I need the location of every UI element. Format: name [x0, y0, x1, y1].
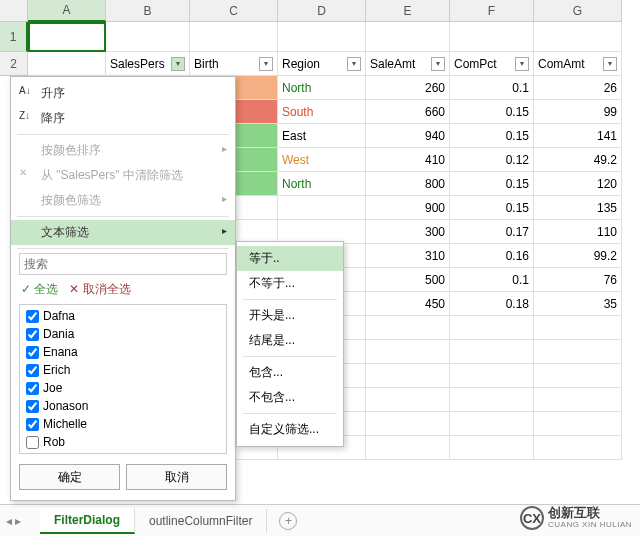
- cell[interactable]: 410: [366, 148, 450, 172]
- cell[interactable]: 0.18: [450, 292, 534, 316]
- cell[interactable]: 0.15: [450, 124, 534, 148]
- col-header-D[interactable]: D: [278, 0, 366, 22]
- cell[interactable]: [534, 388, 622, 412]
- cell[interactable]: 110: [534, 220, 622, 244]
- cell[interactable]: [450, 436, 534, 460]
- cell[interactable]: 660: [366, 100, 450, 124]
- cell[interactable]: [450, 388, 534, 412]
- cell[interactable]: South: [278, 100, 366, 124]
- cell-A1[interactable]: [28, 22, 106, 52]
- cell[interactable]: 300: [366, 220, 450, 244]
- filter-dropdown-icon[interactable]: ▾: [603, 57, 617, 71]
- cell[interactable]: 940: [366, 124, 450, 148]
- filter-value-checkbox[interactable]: [26, 310, 39, 323]
- nav-prev-icon[interactable]: ◂: [6, 514, 12, 528]
- cell[interactable]: [450, 340, 534, 364]
- cell[interactable]: 0.1: [450, 76, 534, 100]
- nav-next-icon[interactable]: ▸: [15, 514, 21, 528]
- sort-asc[interactable]: A↓升序: [11, 81, 235, 106]
- filter-dropdown-icon[interactable]: ▾: [431, 57, 445, 71]
- cell[interactable]: [534, 316, 622, 340]
- cell[interactable]: 800: [366, 172, 450, 196]
- deselect-all-link[interactable]: ✕ 取消全选: [69, 282, 130, 296]
- col-header-C[interactable]: C: [190, 0, 278, 22]
- col-header-G[interactable]: G: [534, 0, 622, 22]
- filter-value-checkbox[interactable]: [26, 346, 39, 359]
- cell[interactable]: North: [278, 172, 366, 196]
- cell[interactable]: 0.15: [450, 100, 534, 124]
- filter-value-item[interactable]: Michelle: [22, 415, 224, 433]
- cell[interactable]: [366, 388, 450, 412]
- filter-values-list[interactable]: DafnaDaniaEnanaErichJoeJonasonMichelleRo…: [19, 304, 227, 454]
- filter-contains[interactable]: 包含...: [237, 360, 343, 385]
- cell[interactable]: [534, 364, 622, 388]
- cell[interactable]: 76: [534, 268, 622, 292]
- filter-dropdown-icon[interactable]: ▾: [171, 57, 185, 71]
- add-sheet-button[interactable]: +: [279, 512, 297, 530]
- cell[interactable]: 310: [366, 244, 450, 268]
- cell[interactable]: [450, 316, 534, 340]
- cell-G1[interactable]: [534, 22, 622, 52]
- select-all-corner[interactable]: [0, 0, 28, 22]
- filter-equals[interactable]: 等于..: [237, 246, 343, 271]
- cell[interactable]: 0.16: [450, 244, 534, 268]
- filter-value-item[interactable]: Enana: [22, 343, 224, 361]
- filter-value-item[interactable]: Jonason: [22, 397, 224, 415]
- sort-desc[interactable]: Z↓降序: [11, 106, 235, 131]
- cell[interactable]: [450, 364, 534, 388]
- filter-ends-with[interactable]: 结尾是...: [237, 328, 343, 353]
- cell[interactable]: 0.15: [450, 172, 534, 196]
- cell[interactable]: 35: [534, 292, 622, 316]
- cell[interactable]: 900: [366, 196, 450, 220]
- cell[interactable]: 120: [534, 172, 622, 196]
- filter-value-item[interactable]: Erich: [22, 361, 224, 379]
- cell[interactable]: East: [278, 124, 366, 148]
- header-cell-D[interactable]: Region▾: [278, 52, 366, 76]
- cell[interactable]: 0.12: [450, 148, 534, 172]
- filter-starts-with[interactable]: 开头是...: [237, 303, 343, 328]
- filter-value-checkbox[interactable]: [26, 436, 39, 449]
- filter-not-equals[interactable]: 不等于...: [237, 271, 343, 296]
- filter-custom[interactable]: 自定义筛选...: [237, 417, 343, 442]
- cell-B1[interactable]: [106, 22, 190, 52]
- cell[interactable]: 500: [366, 268, 450, 292]
- filter-value-item[interactable]: Dania: [22, 325, 224, 343]
- row-header-2[interactable]: 2: [0, 52, 28, 76]
- cell[interactable]: [366, 412, 450, 436]
- tab-nav[interactable]: ◂▸: [6, 514, 21, 528]
- cell[interactable]: 141: [534, 124, 622, 148]
- cell[interactable]: [366, 316, 450, 340]
- filter-dropdown-icon[interactable]: ▾: [347, 57, 361, 71]
- header-cell-G[interactable]: ComAmt▾: [534, 52, 622, 76]
- header-cell-F[interactable]: ComPct▾: [450, 52, 534, 76]
- header-cell-A[interactable]: [28, 52, 106, 76]
- filter-dropdown-icon[interactable]: ▾: [259, 57, 273, 71]
- cell[interactable]: [534, 436, 622, 460]
- cell[interactable]: West: [278, 148, 366, 172]
- col-header-F[interactable]: F: [450, 0, 534, 22]
- cancel-button[interactable]: 取消: [126, 464, 227, 490]
- filter-value-checkbox[interactable]: [26, 418, 39, 431]
- filter-value-item[interactable]: Joe: [22, 379, 224, 397]
- row-header-1[interactable]: 1: [0, 22, 28, 52]
- text-filter[interactable]: 文本筛选▸: [11, 220, 235, 245]
- cell[interactable]: [450, 412, 534, 436]
- cell[interactable]: 99.2: [534, 244, 622, 268]
- cell[interactable]: 26: [534, 76, 622, 100]
- filter-value-checkbox[interactable]: [26, 328, 39, 341]
- cell[interactable]: 0.17: [450, 220, 534, 244]
- cell[interactable]: 450: [366, 292, 450, 316]
- col-header-A[interactable]: A: [28, 0, 106, 22]
- filter-value-item[interactable]: Dafna: [22, 307, 224, 325]
- col-header-E[interactable]: E: [366, 0, 450, 22]
- filter-dropdown-icon[interactable]: ▾: [515, 57, 529, 71]
- cell[interactable]: [534, 340, 622, 364]
- header-cell-E[interactable]: SaleAmt▾: [366, 52, 450, 76]
- tab-outlinecolumnfilter[interactable]: outlineColumnFilter: [135, 509, 267, 533]
- filter-value-item[interactable]: Rob: [22, 433, 224, 451]
- header-cell-B[interactable]: SalesPers▾: [106, 52, 190, 76]
- cell[interactable]: [366, 340, 450, 364]
- cell-C1[interactable]: [190, 22, 278, 52]
- tab-filterdialog[interactable]: FilterDialog: [40, 508, 135, 534]
- cell-E1[interactable]: [366, 22, 450, 52]
